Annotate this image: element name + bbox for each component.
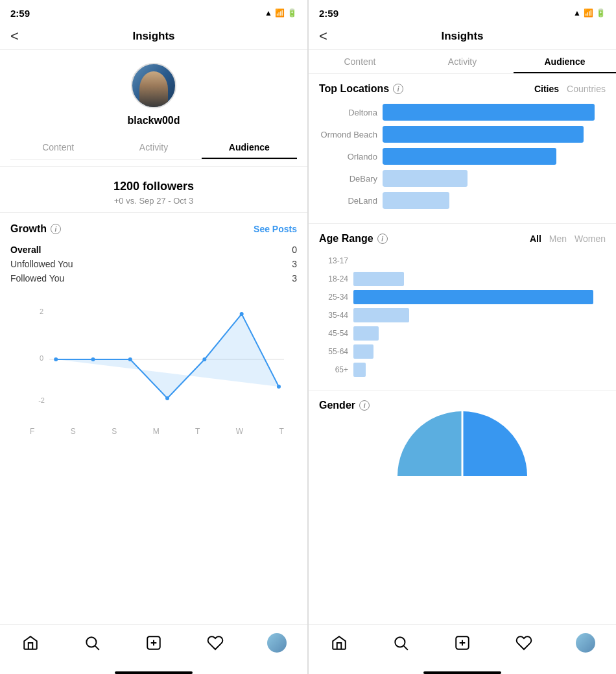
nav-search-right[interactable] bbox=[389, 631, 412, 655]
location-bar-fill bbox=[383, 170, 468, 187]
toggle-countries[interactable]: Countries bbox=[567, 84, 606, 94]
nav-add-right[interactable] bbox=[451, 631, 474, 655]
age-bar-track bbox=[353, 272, 606, 286]
location-label: DeBary bbox=[319, 174, 377, 184]
unfollowed-row: Unfollowed You 3 bbox=[10, 257, 297, 271]
nav-add-left[interactable] bbox=[142, 631, 165, 655]
toggle-cities[interactable]: Cities bbox=[534, 84, 559, 94]
svg-point-9 bbox=[202, 357, 206, 361]
location-bar-fill bbox=[383, 148, 556, 165]
see-posts-button[interactable]: See Posts bbox=[254, 224, 297, 234]
age-bar-18-24: 18-24 bbox=[319, 272, 606, 286]
age-bar-45-54: 45-54 bbox=[319, 326, 606, 341]
wifi-icon-right: 📶 bbox=[584, 8, 593, 18]
svg-text:2: 2 bbox=[40, 307, 43, 315]
svg-point-8 bbox=[165, 396, 169, 400]
tab-audience-right[interactable]: Audience bbox=[514, 50, 616, 73]
tab-content-right[interactable]: Content bbox=[309, 50, 411, 73]
age-label: 35-44 bbox=[319, 311, 348, 320]
nav-heart-left[interactable] bbox=[204, 631, 227, 655]
location-bar-ormond: Ormond Beach bbox=[319, 126, 606, 143]
page-title-right: Insights bbox=[441, 30, 483, 43]
locations-info-icon: i bbox=[393, 84, 403, 94]
age-bar-track bbox=[353, 308, 606, 322]
age-label: 18-24 bbox=[319, 274, 348, 283]
nav-search-left[interactable] bbox=[80, 631, 104, 655]
svg-marker-4 bbox=[56, 314, 279, 398]
profile-section: blackw00d Content Activity Audience bbox=[0, 50, 307, 167]
status-bar-left: 2:59 ▲ 📶 🔋 bbox=[0, 0, 307, 23]
svg-text:0: 0 bbox=[40, 354, 43, 362]
location-bar-deltona: Deltona bbox=[319, 104, 606, 121]
svg-point-12 bbox=[87, 637, 97, 647]
nav-profile-right[interactable] bbox=[574, 631, 597, 655]
status-time-left: 2:59 bbox=[10, 8, 30, 19]
x-label-s1: S bbox=[71, 427, 76, 436]
tab-activity-right[interactable]: Activity bbox=[411, 50, 514, 73]
svg-point-7 bbox=[128, 357, 132, 361]
location-label: DeLand bbox=[319, 196, 377, 206]
back-button-left[interactable]: < bbox=[10, 28, 19, 45]
tab-activity-left[interactable]: Activity bbox=[106, 136, 201, 159]
header-left: < Insights bbox=[0, 23, 307, 50]
followers-compare: +0 vs. Sep 27 - Oct 3 bbox=[10, 196, 297, 206]
nav-heart-right[interactable] bbox=[512, 631, 536, 655]
nav-home-left[interactable] bbox=[19, 631, 42, 655]
location-bar-track bbox=[383, 148, 606, 165]
gender-chart-svg bbox=[397, 411, 527, 483]
tab-content-left[interactable]: Content bbox=[10, 136, 106, 159]
followers-section: 1200 followers +0 vs. Sep 27 - Oct 3 bbox=[0, 167, 307, 213]
growth-section: Growth i See Posts Overall 0 Unfollowed … bbox=[0, 213, 307, 624]
svg-point-10 bbox=[240, 312, 244, 316]
unfollowed-value: 3 bbox=[292, 259, 297, 269]
status-time-right: 2:59 bbox=[319, 8, 338, 19]
nav-profile-left[interactable] bbox=[265, 631, 289, 655]
x-label-f: F bbox=[30, 427, 34, 436]
gender-info-icon: i bbox=[359, 400, 370, 411]
location-bar-orlando: Orlando bbox=[319, 148, 606, 165]
location-bar-debary: DeBary bbox=[319, 170, 606, 187]
x-label-t1: T bbox=[195, 427, 200, 436]
right-panel: 2:59 ▲ 📶 🔋 < Insights Content Activity A… bbox=[308, 0, 616, 674]
tabs-right: Content Activity Audience bbox=[309, 50, 616, 74]
battery-icon: 🔋 bbox=[287, 8, 297, 18]
tab-audience-left[interactable]: Audience bbox=[202, 136, 297, 159]
toggle-women[interactable]: Women bbox=[575, 234, 606, 244]
status-bar-right: 2:59 ▲ 📶 🔋 bbox=[309, 0, 616, 23]
location-bar-track bbox=[383, 170, 606, 187]
nav-home-right[interactable] bbox=[327, 631, 351, 655]
home-bar-right bbox=[423, 671, 501, 674]
page-title-left: Insights bbox=[132, 30, 174, 43]
age-bar-13-17: 13-17 bbox=[319, 254, 606, 268]
followed-label: Followed You bbox=[10, 273, 64, 283]
bottom-nav-left bbox=[0, 624, 307, 668]
location-label: Ormond Beach bbox=[319, 130, 377, 139]
top-locations-section: Top Locations i Cities Countries Deltona… bbox=[309, 74, 616, 224]
chart-x-labels: F S S M T W T bbox=[10, 426, 297, 436]
location-bar-track bbox=[383, 126, 606, 143]
followed-row: Followed You 3 bbox=[10, 271, 297, 285]
age-title: Age Range i bbox=[319, 233, 388, 245]
tabs-left: Content Activity Audience bbox=[10, 136, 297, 160]
svg-point-11 bbox=[277, 385, 281, 389]
age-label: 55-64 bbox=[319, 347, 348, 356]
age-bar-fill bbox=[353, 326, 379, 341]
toggle-all[interactable]: All bbox=[530, 234, 541, 244]
back-button-right[interactable]: < bbox=[319, 28, 327, 45]
age-header: Age Range i All Men Women bbox=[319, 233, 606, 245]
growth-header: Growth i See Posts bbox=[10, 223, 297, 235]
age-info-icon: i bbox=[377, 234, 388, 244]
location-bar-track bbox=[383, 104, 606, 121]
toggle-men[interactable]: Men bbox=[549, 234, 567, 244]
avatar-image bbox=[139, 71, 168, 107]
age-bar-track bbox=[353, 363, 606, 377]
status-icons-right: ▲ 📶 🔋 bbox=[573, 8, 606, 18]
age-bar-35-44: 35-44 bbox=[319, 308, 606, 322]
location-label: Orlando bbox=[319, 152, 377, 162]
location-label: Deltona bbox=[319, 108, 377, 117]
location-bar-track bbox=[383, 192, 606, 209]
svg-point-18 bbox=[396, 637, 405, 647]
growth-stats: Overall 0 Unfollowed You 3 Followed You … bbox=[10, 243, 297, 285]
growth-chart-svg: 2 0 -2 bbox=[30, 302, 284, 406]
left-panel: 2:59 ▲ 📶 🔋 < Insights blackw00d Content … bbox=[0, 0, 308, 674]
